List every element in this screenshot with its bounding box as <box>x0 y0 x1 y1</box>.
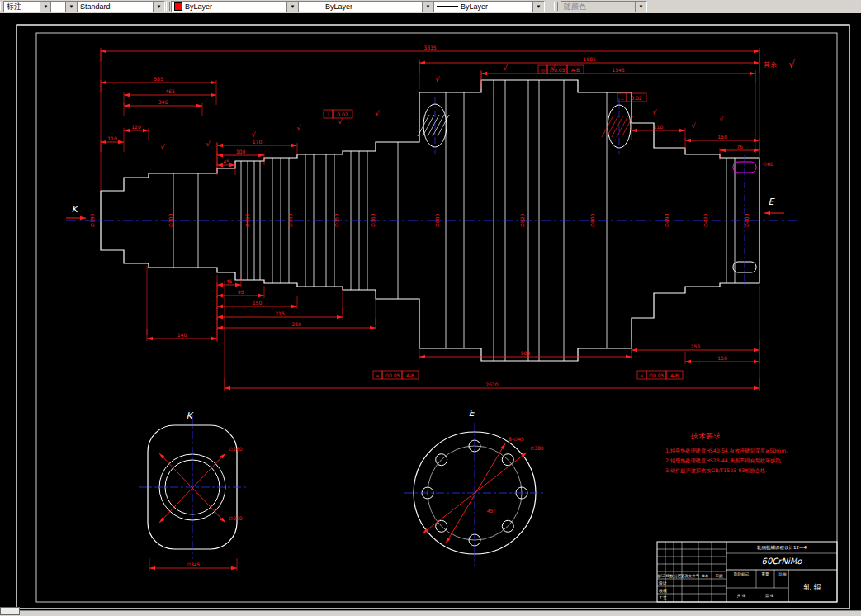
svg-text:60CrNiMo: 60CrNiMo <box>762 557 803 566</box>
svg-text:0.02: 0.02 <box>337 111 348 117</box>
svg-text:585: 585 <box>154 76 163 82</box>
svg-text:1985: 1985 <box>583 56 595 62</box>
lineweight-combo[interactable]: ByLayer ▼ <box>433 1 545 12</box>
svg-text:校核: 校核 <box>658 588 667 593</box>
svg-text:√: √ <box>251 131 256 139</box>
text-style-combo[interactable]: Standard ▼ <box>77 1 165 12</box>
svg-text:∅400: ∅400 <box>744 213 750 227</box>
svg-text:共 张: 共 张 <box>737 594 746 598</box>
svg-text:45: 45 <box>226 278 233 284</box>
svg-text:3.锻件超声波探伤按GB/T1503-93检验合格.: 3.锻件超声波探伤按GB/T1503-93检验合格. <box>665 467 767 474</box>
lineweight-value: ByLayer <box>461 2 488 12</box>
chevron-down-icon[interactable]: ▼ <box>422 2 433 12</box>
k-view[interactable]: ∅200∅260K <box>139 410 246 559</box>
svg-text:∅0.05: ∅0.05 <box>385 372 400 378</box>
svg-text:∅820: ∅820 <box>519 213 525 227</box>
svg-text:标记: 标记 <box>657 573 666 579</box>
svg-text:√: √ <box>338 118 343 126</box>
svg-text:45: 45 <box>223 159 229 164</box>
dimensions[interactable]: 3335198515455854653461201101101507645100… <box>89 45 795 571</box>
cad-application-window: 标注 ▼ ▼ Standard ▼ ByLayer ▼ ByLayer ▼ By… <box>0 0 861 616</box>
command-chip <box>0 607 20 615</box>
svg-text:E: E <box>769 197 776 207</box>
svg-text:150: 150 <box>253 300 263 306</box>
chevron-down-icon[interactable]: ▼ <box>153 2 164 12</box>
cad-drawing[interactable]: ∅603335198515455854653461201101101507645… <box>0 13 861 611</box>
dim-style-combo[interactable]: 标注 ▼ <box>3 1 52 12</box>
svg-text:8-∅45: 8-∅45 <box>509 436 524 442</box>
model-space-canvas[interactable]: ∅603335198515455854653461201101101507645… <box>0 13 861 611</box>
svg-text:◎: ◎ <box>541 67 545 73</box>
chevron-down-icon[interactable]: ▼ <box>40 2 51 12</box>
svg-text:∅380: ∅380 <box>530 445 544 451</box>
technical-requirements: 技术要求1.辊身热处理硬度HS40-54,有效淬硬层深度≥50mm.2.辊颈热处… <box>665 432 788 474</box>
svg-text:工艺: 工艺 <box>659 595 667 600</box>
command-line-strip[interactable] <box>0 610 861 616</box>
svg-text:2620: 2620 <box>485 381 498 387</box>
svg-text:∅300: ∅300 <box>168 213 173 227</box>
chevron-down-icon[interactable]: ▼ <box>65 2 77 12</box>
svg-text:45°: 45° <box>487 508 496 514</box>
linetype-combo[interactable]: ByLayer ▼ <box>298 1 434 12</box>
svg-text:∅260: ∅260 <box>229 446 243 452</box>
svg-text:110: 110 <box>107 135 117 141</box>
svg-text:√: √ <box>652 109 657 116</box>
e-view[interactable]: ∅3808-∅4545°E <box>404 408 546 566</box>
chevron-down-icon[interactable]: ▼ <box>286 2 298 12</box>
svg-text:3335: 3335 <box>423 45 436 50</box>
svg-text:√: √ <box>435 76 440 83</box>
shaft-outline-bottom <box>101 220 759 361</box>
svg-text:√: √ <box>691 122 696 130</box>
svg-text:⌖: ⌖ <box>641 372 644 378</box>
svg-text:76: 76 <box>736 144 743 149</box>
svg-text:√: √ <box>788 59 795 70</box>
svg-text:第 张: 第 张 <box>765 594 774 598</box>
svg-text:⌖: ⌖ <box>376 372 380 378</box>
sheet-frame <box>17 25 849 609</box>
svg-text:重量: 重量 <box>762 571 770 576</box>
svg-text:√: √ <box>503 64 508 72</box>
svg-text:√: √ <box>206 140 211 148</box>
svg-text:1545: 1545 <box>612 67 624 73</box>
svg-text:K: K <box>71 204 79 215</box>
svg-text:∅345: ∅345 <box>187 562 201 567</box>
svg-text:更改文件号: 更改文件号 <box>681 573 700 578</box>
svg-text:设计: 设计 <box>658 580 667 585</box>
centerlines <box>66 97 799 286</box>
svg-text:K: K <box>186 410 194 421</box>
svg-text:∅430: ∅430 <box>703 213 708 227</box>
svg-text:∅190: ∅190 <box>89 213 95 227</box>
section-arrows: KE <box>66 197 784 220</box>
plotstyle-value: 随颜色 <box>564 2 586 12</box>
toolbar-grip[interactable] <box>554 2 558 11</box>
svg-text:∅360: ∅360 <box>370 213 376 227</box>
svg-text:0.02: 0.02 <box>631 95 642 101</box>
svg-text:√: √ <box>719 116 724 123</box>
svg-text:轧 辊: 轧 辊 <box>803 583 821 591</box>
svg-text:110: 110 <box>654 124 664 130</box>
svg-text:255: 255 <box>691 344 701 349</box>
svg-text:150: 150 <box>717 355 727 361</box>
svg-text:∅200: ∅200 <box>229 515 243 521</box>
svg-text:140: 140 <box>177 332 187 338</box>
svg-text:465: 465 <box>165 88 175 94</box>
text-style-value: Standard <box>80 2 111 12</box>
svg-text:120: 120 <box>131 124 141 130</box>
svg-text:346: 346 <box>158 99 168 105</box>
color-value: ByLayer <box>185 2 212 12</box>
toolbar-grip[interactable] <box>166 2 170 11</box>
svg-text:100: 100 <box>236 149 246 154</box>
chevron-down-icon: ▼ <box>635 2 646 12</box>
svg-text:∅490: ∅490 <box>664 213 669 227</box>
svg-text:签名: 签名 <box>702 574 709 578</box>
style-flyout-combo[interactable]: ▼ <box>50 1 78 12</box>
svg-text:√: √ <box>551 64 556 72</box>
svg-text:A-B: A-B <box>406 372 414 378</box>
linetype-value: ByLayer <box>325 2 352 12</box>
linetype-glyph <box>301 7 323 7</box>
svg-text:∅800: ∅800 <box>434 213 440 227</box>
svg-text:√: √ <box>296 125 301 132</box>
chevron-down-icon[interactable]: ▼ <box>532 2 544 12</box>
color-combo[interactable]: ByLayer ▼ <box>171 1 299 12</box>
svg-text:∅330: ∅330 <box>244 213 250 227</box>
